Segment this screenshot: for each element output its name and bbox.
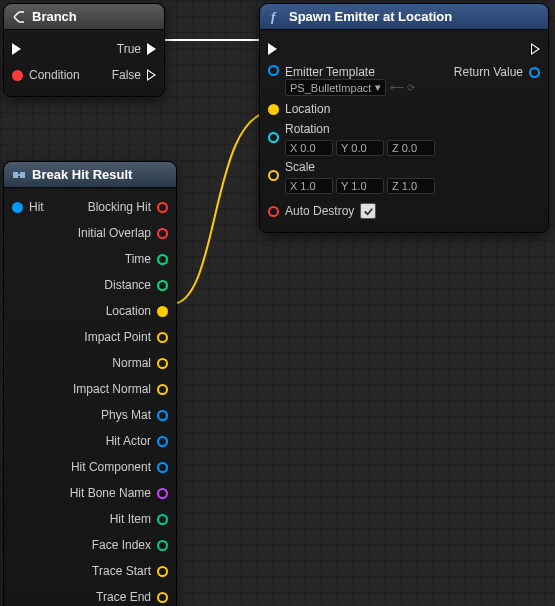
break-location-pin[interactable]	[157, 306, 168, 317]
function-icon: f	[268, 9, 283, 24]
branch-condition-pin[interactable]	[12, 70, 23, 81]
break-title: Break Hit Result	[32, 167, 132, 182]
spawn-autodestroy-checkbox[interactable]	[360, 203, 376, 219]
break-hit-input-pin[interactable]	[12, 202, 23, 213]
branch-title: Branch	[32, 9, 77, 24]
spawn-scale-pin[interactable]	[268, 170, 279, 181]
break-hit-actor-pin[interactable]	[157, 436, 168, 447]
spawn-location-label: Location	[285, 102, 330, 116]
break-header: Break Hit Result	[4, 162, 176, 188]
break-initial-overlap-pin[interactable]	[157, 228, 168, 239]
break-hit-label: Hit	[29, 200, 44, 214]
browse-icon[interactable]: ⟵	[390, 82, 404, 93]
spawn-rotation-label: Rotation	[285, 122, 435, 136]
break-phys-mat-pin[interactable]	[157, 410, 168, 421]
break-time-pin[interactable]	[157, 254, 168, 265]
break-output-label: Phys Mat	[101, 408, 151, 422]
spawn-emitter-pin[interactable]	[268, 65, 279, 76]
blueprint-canvas[interactable]: Branch True Condition False Break Hit Re…	[0, 0, 555, 606]
branch-icon	[12, 10, 26, 24]
break-hit-result-node[interactable]: Break Hit Result Hit Blocking Hit Initia…	[3, 161, 177, 606]
rotation-y-field[interactable]: Y0.0	[336, 140, 384, 156]
break-output-label: Trace End	[96, 590, 151, 604]
break-output-label: Hit Bone Name	[70, 486, 151, 500]
break-output-label: Hit Actor	[106, 434, 151, 448]
scale-x-field[interactable]: X1.0	[285, 178, 333, 194]
branch-node[interactable]: Branch True Condition False	[3, 3, 165, 97]
break-hit-component-pin[interactable]	[157, 462, 168, 473]
break-output-label: Blocking Hit	[88, 200, 151, 214]
break-output-label: Hit Component	[71, 460, 151, 474]
spawn-emitter-node[interactable]: f Spawn Emitter at Location Emitter Temp…	[259, 3, 549, 233]
branch-condition-label: Condition	[29, 68, 80, 82]
rotation-z-field[interactable]: Z0.0	[387, 140, 435, 156]
branch-false-label: False	[112, 68, 141, 82]
break-trace-end-pin[interactable]	[157, 592, 168, 603]
spawn-exec-out-pin[interactable]	[531, 43, 540, 55]
break-output-label: Distance	[104, 278, 151, 292]
break-impact-normal-pin[interactable]	[157, 384, 168, 395]
scale-z-field[interactable]: Z1.0	[387, 178, 435, 194]
svg-rect-0	[13, 172, 18, 178]
break-hit-item-pin[interactable]	[157, 514, 168, 525]
break-icon	[12, 168, 26, 182]
branch-exec-in-pin[interactable]	[12, 43, 21, 55]
break-normal-pin[interactable]	[157, 358, 168, 369]
scale-y-field[interactable]: Y1.0	[336, 178, 384, 194]
break-output-label: Hit Item	[110, 512, 151, 526]
chevron-down-icon: ▾	[375, 81, 381, 94]
break-face-index-pin[interactable]	[157, 540, 168, 551]
spawn-exec-in-pin[interactable]	[268, 43, 277, 55]
branch-false-pin[interactable]	[147, 69, 156, 81]
break-output-label: Impact Point	[84, 330, 151, 344]
break-trace-start-pin[interactable]	[157, 566, 168, 577]
break-output-label: Face Index	[92, 538, 151, 552]
spawn-location-pin[interactable]	[268, 104, 279, 115]
break-impact-point-pin[interactable]	[157, 332, 168, 343]
break-output-label: Location	[106, 304, 151, 318]
spawn-scale-label: Scale	[285, 160, 435, 174]
svg-text:f: f	[271, 9, 277, 24]
break-hit-bone-name-pin[interactable]	[157, 488, 168, 499]
spawn-emitter-dropdown[interactable]: PS_BulletImpact▾	[285, 79, 386, 96]
break-distance-pin[interactable]	[157, 280, 168, 291]
spawn-return-label: Return Value	[454, 65, 523, 79]
spawn-rotation-pin[interactable]	[268, 132, 279, 143]
spawn-header: f Spawn Emitter at Location	[260, 4, 548, 30]
break-output-label: Initial Overlap	[78, 226, 151, 240]
branch-true-label: True	[117, 42, 141, 56]
break-output-label: Trace Start	[92, 564, 151, 578]
spawn-return-pin[interactable]	[529, 67, 540, 78]
spawn-autodestroy-label: Auto Destroy	[285, 204, 354, 218]
break-output-label: Normal	[112, 356, 151, 370]
spawn-emitter-label: Emitter Template	[285, 65, 415, 79]
break-output-label: Impact Normal	[73, 382, 151, 396]
rotation-x-field[interactable]: X0.0	[285, 140, 333, 156]
check-icon	[363, 206, 374, 217]
spawn-title: Spawn Emitter at Location	[289, 9, 452, 24]
branch-header: Branch	[4, 4, 164, 30]
svg-rect-1	[20, 172, 25, 178]
break-output-label: Time	[125, 252, 151, 266]
use-icon[interactable]: ⟳	[407, 82, 415, 93]
branch-true-pin[interactable]	[147, 43, 156, 55]
break-blocking-hit-pin[interactable]	[157, 202, 168, 213]
spawn-autodestroy-pin[interactable]	[268, 206, 279, 217]
